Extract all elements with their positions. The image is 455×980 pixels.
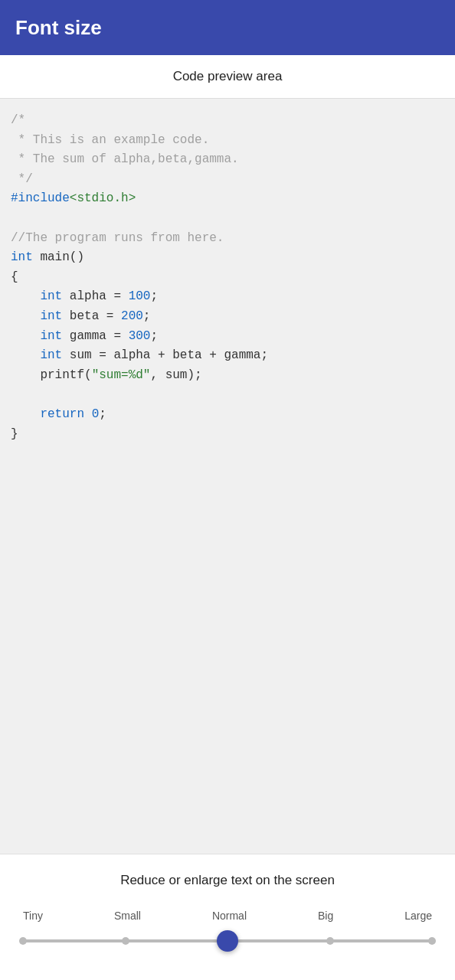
font-size-controls: Reduce or enlarge text on the screen Tin… [0, 854, 455, 980]
label-normal: Normal [212, 910, 247, 922]
tick-big [326, 937, 334, 945]
tick-large [428, 937, 436, 945]
app-header: Font size [0, 0, 455, 55]
slider-track-wrapper[interactable] [23, 929, 432, 952]
label-small: Small [114, 910, 141, 922]
label-large: Large [404, 910, 432, 922]
code-preview-label: Code preview area [0, 55, 455, 99]
slider-container: Tiny Small Normal Big Large [15, 910, 440, 952]
bottom-description: Reduce or enlarge text on the screen [15, 873, 440, 888]
code-block: /* * This is an example code. * The sum … [11, 111, 444, 444]
label-big: Big [318, 910, 333, 922]
tick-tiny [19, 937, 27, 945]
label-tiny: Tiny [23, 910, 43, 922]
page-title: Font size [15, 16, 102, 40]
slider-labels: Tiny Small Normal Big Large [23, 910, 432, 922]
tick-small [122, 937, 129, 945]
code-preview-area: /* * This is an example code. * The sum … [0, 99, 455, 854]
font-size-slider-thumb[interactable] [217, 930, 238, 952]
